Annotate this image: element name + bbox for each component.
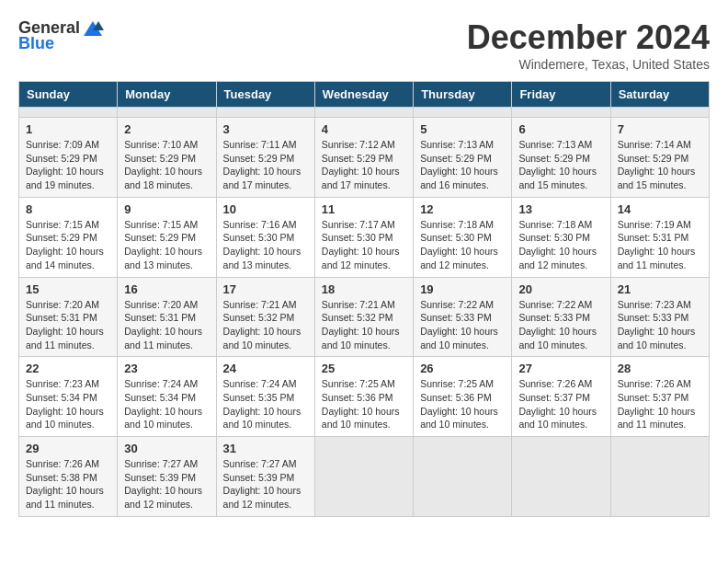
day-number: 17 — [223, 282, 308, 296]
calendar-cell: 11Sunrise: 7:17 AMSunset: 5:30 PMDayligh… — [314, 197, 413, 277]
day-info: Sunrise: 7:14 AMSunset: 5:29 PMDaylight:… — [618, 138, 702, 192]
calendar-cell: 2Sunrise: 7:10 AMSunset: 5:29 PMDaylight… — [118, 118, 216, 198]
calendar-cell — [414, 108, 512, 118]
calendar-cell — [19, 108, 118, 118]
calendar-cell: 15Sunrise: 7:20 AMSunset: 5:31 PMDayligh… — [19, 277, 118, 357]
calendar-cell: 14Sunrise: 7:19 AMSunset: 5:31 PMDayligh… — [610, 197, 709, 277]
day-number: 29 — [26, 442, 110, 455]
day-info: Sunrise: 7:20 AMSunset: 5:31 PMDaylight:… — [26, 298, 110, 352]
day-number: 23 — [124, 362, 209, 375]
calendar-week-row: 15Sunrise: 7:20 AMSunset: 5:31 PMDayligh… — [19, 277, 710, 357]
day-info: Sunrise: 7:26 AMSunset: 5:38 PMDaylight:… — [26, 457, 110, 511]
day-info: Sunrise: 7:13 AMSunset: 5:29 PMDaylight:… — [518, 138, 603, 192]
day-info: Sunrise: 7:17 AMSunset: 5:30 PMDaylight:… — [322, 218, 406, 272]
day-info: Sunrise: 7:18 AMSunset: 5:30 PMDaylight:… — [420, 218, 505, 272]
calendar-cell: 25Sunrise: 7:25 AMSunset: 5:36 PMDayligh… — [314, 357, 413, 437]
calendar-cell: 13Sunrise: 7:18 AMSunset: 5:30 PMDayligh… — [512, 197, 610, 277]
day-info: Sunrise: 7:26 AMSunset: 5:37 PMDaylight:… — [518, 377, 603, 431]
calendar-cell — [512, 108, 610, 118]
calendar-cell: 4Sunrise: 7:12 AMSunset: 5:29 PMDaylight… — [314, 118, 413, 198]
calendar-cell: 28Sunrise: 7:26 AMSunset: 5:37 PMDayligh… — [610, 357, 709, 437]
day-number: 6 — [518, 122, 603, 136]
day-info: Sunrise: 7:13 AMSunset: 5:29 PMDaylight:… — [420, 138, 505, 192]
day-number: 30 — [124, 442, 209, 455]
calendar-week-row: 8Sunrise: 7:15 AMSunset: 5:29 PMDaylight… — [19, 197, 710, 277]
calendar-cell: 1Sunrise: 7:09 AMSunset: 5:29 PMDaylight… — [19, 118, 118, 198]
day-info: Sunrise: 7:11 AMSunset: 5:29 PMDaylight:… — [223, 138, 308, 192]
day-number: 9 — [124, 202, 209, 216]
day-number: 28 — [618, 362, 702, 375]
calendar-week-row: 1Sunrise: 7:09 AMSunset: 5:29 PMDaylight… — [19, 118, 710, 198]
calendar-cell: 22Sunrise: 7:23 AMSunset: 5:34 PMDayligh… — [19, 357, 118, 437]
day-info: Sunrise: 7:25 AMSunset: 5:36 PMDaylight:… — [322, 377, 406, 431]
day-header-wednesday: Wednesday — [314, 82, 413, 108]
day-number: 24 — [223, 362, 308, 375]
calendar-cell: 6Sunrise: 7:13 AMSunset: 5:29 PMDaylight… — [512, 118, 610, 198]
day-number: 16 — [124, 282, 209, 296]
day-info: Sunrise: 7:24 AMSunset: 5:35 PMDaylight:… — [223, 377, 308, 431]
day-header-monday: Monday — [118, 82, 216, 108]
calendar-cell — [414, 437, 512, 517]
calendar-cell: 7Sunrise: 7:14 AMSunset: 5:29 PMDaylight… — [610, 118, 709, 198]
calendar-cell: 29Sunrise: 7:26 AMSunset: 5:38 PMDayligh… — [19, 437, 118, 517]
day-number: 22 — [26, 362, 110, 375]
calendar-cell: 26Sunrise: 7:25 AMSunset: 5:36 PMDayligh… — [414, 357, 512, 437]
day-number: 21 — [618, 282, 702, 296]
day-info: Sunrise: 7:12 AMSunset: 5:29 PMDaylight:… — [322, 138, 406, 192]
day-info: Sunrise: 7:23 AMSunset: 5:33 PMDaylight:… — [618, 298, 702, 352]
day-info: Sunrise: 7:27 AMSunset: 5:39 PMDaylight:… — [223, 457, 308, 511]
day-number: 4 — [322, 122, 406, 136]
logo-icon — [82, 19, 104, 38]
calendar-cell: 12Sunrise: 7:18 AMSunset: 5:30 PMDayligh… — [414, 197, 512, 277]
calendar-cell: 31Sunrise: 7:27 AMSunset: 5:39 PMDayligh… — [216, 437, 314, 517]
day-info: Sunrise: 7:16 AMSunset: 5:30 PMDaylight:… — [223, 218, 308, 272]
calendar-cell: 17Sunrise: 7:21 AMSunset: 5:32 PMDayligh… — [216, 277, 314, 357]
day-number: 15 — [26, 282, 110, 296]
calendar-header-row: SundayMondayTuesdayWednesdayThursdayFrid… — [19, 82, 710, 108]
day-info: Sunrise: 7:09 AMSunset: 5:29 PMDaylight:… — [26, 138, 110, 192]
calendar-cell: 9Sunrise: 7:15 AMSunset: 5:29 PMDaylight… — [118, 197, 216, 277]
day-number: 13 — [518, 202, 603, 216]
day-number: 10 — [223, 202, 308, 216]
calendar-week-row: 29Sunrise: 7:26 AMSunset: 5:38 PMDayligh… — [19, 437, 710, 517]
day-header-thursday: Thursday — [414, 82, 512, 108]
day-number: 2 — [124, 122, 209, 136]
calendar-cell: 8Sunrise: 7:15 AMSunset: 5:29 PMDaylight… — [19, 197, 118, 277]
calendar-week-row: 22Sunrise: 7:23 AMSunset: 5:34 PMDayligh… — [19, 357, 710, 437]
calendar-cell: 5Sunrise: 7:13 AMSunset: 5:29 PMDaylight… — [414, 118, 512, 198]
day-header-sunday: Sunday — [19, 82, 118, 108]
day-info: Sunrise: 7:26 AMSunset: 5:37 PMDaylight:… — [618, 377, 702, 431]
calendar-cell: 27Sunrise: 7:26 AMSunset: 5:37 PMDayligh… — [512, 357, 610, 437]
calendar-cell: 16Sunrise: 7:20 AMSunset: 5:31 PMDayligh… — [118, 277, 216, 357]
day-info: Sunrise: 7:21 AMSunset: 5:32 PMDaylight:… — [322, 298, 406, 352]
day-number: 1 — [26, 122, 110, 136]
day-info: Sunrise: 7:27 AMSunset: 5:39 PMDaylight:… — [124, 457, 209, 511]
day-number: 25 — [322, 362, 406, 375]
day-number: 14 — [618, 202, 702, 216]
title-block: December 2024 Windemere, Texas, United S… — [467, 18, 710, 72]
day-number: 7 — [618, 122, 702, 136]
day-info: Sunrise: 7:25 AMSunset: 5:36 PMDaylight:… — [420, 377, 505, 431]
calendar-cell — [512, 437, 610, 517]
day-info: Sunrise: 7:15 AMSunset: 5:29 PMDaylight:… — [26, 218, 110, 272]
calendar-cell — [118, 108, 216, 118]
day-number: 8 — [26, 202, 110, 216]
day-info: Sunrise: 7:10 AMSunset: 5:29 PMDaylight:… — [124, 138, 209, 192]
day-info: Sunrise: 7:24 AMSunset: 5:34 PMDaylight:… — [124, 377, 209, 431]
day-number: 12 — [420, 202, 505, 216]
calendar-cell — [314, 108, 413, 118]
calendar-cell: 30Sunrise: 7:27 AMSunset: 5:39 PMDayligh… — [118, 437, 216, 517]
calendar-cell: 23Sunrise: 7:24 AMSunset: 5:34 PMDayligh… — [118, 357, 216, 437]
calendar-week-row — [19, 108, 710, 118]
day-number: 31 — [223, 442, 308, 455]
day-number: 5 — [420, 122, 505, 136]
day-number: 3 — [223, 122, 308, 136]
month-title: December 2024 — [467, 18, 710, 57]
day-number: 26 — [420, 362, 505, 375]
day-info: Sunrise: 7:15 AMSunset: 5:29 PMDaylight:… — [124, 218, 209, 272]
calendar-cell: 20Sunrise: 7:22 AMSunset: 5:33 PMDayligh… — [512, 277, 610, 357]
day-number: 27 — [518, 362, 603, 375]
page-header: General Blue December 2024 Windemere, Te… — [18, 18, 710, 72]
calendar-cell: 10Sunrise: 7:16 AMSunset: 5:30 PMDayligh… — [216, 197, 314, 277]
day-info: Sunrise: 7:22 AMSunset: 5:33 PMDaylight:… — [420, 298, 505, 352]
